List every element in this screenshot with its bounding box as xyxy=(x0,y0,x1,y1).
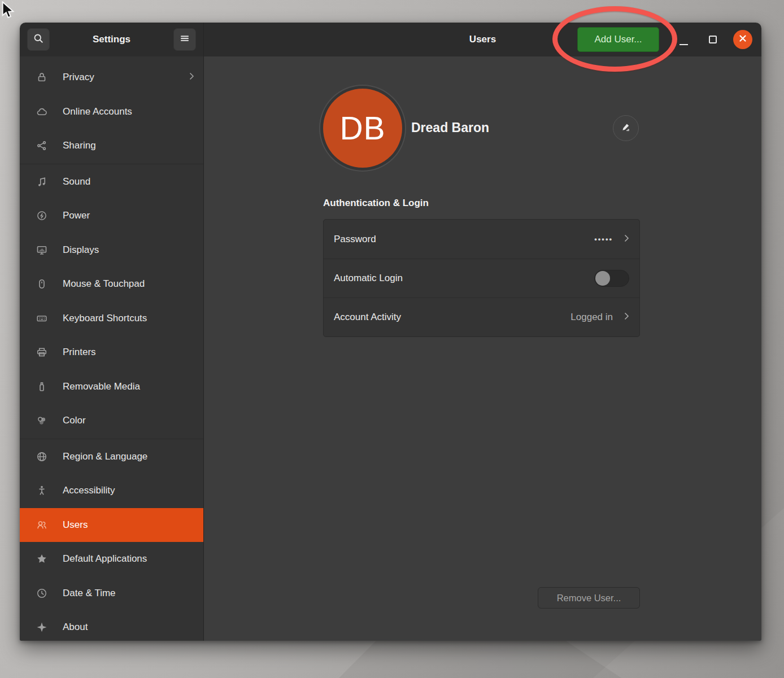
edit-name-button[interactable] xyxy=(613,115,639,141)
sidebar-item-displays[interactable]: Displays xyxy=(20,233,203,268)
printer-icon xyxy=(36,347,48,358)
color-icon xyxy=(36,415,48,426)
pencil-icon xyxy=(621,122,631,134)
cloud-icon xyxy=(36,106,48,117)
menu-button[interactable] xyxy=(173,28,196,51)
users-panel: DB Dread Baron Authentication & Login Pa… xyxy=(204,56,761,641)
minimize-button[interactable] xyxy=(676,33,691,49)
users-icon xyxy=(36,519,48,531)
sidebar-item-removable-media[interactable]: Removable Media xyxy=(20,370,203,404)
share-icon xyxy=(36,140,48,151)
avatar[interactable]: DB xyxy=(323,89,402,168)
sidebar-item-printers[interactable]: Printers xyxy=(20,335,203,370)
search-button[interactable] xyxy=(27,28,50,51)
settings-window: Settings Users Add User... xyxy=(20,23,761,641)
search-icon xyxy=(33,33,44,46)
sidebar-item-sharing[interactable]: Sharing xyxy=(20,129,203,163)
keyboard-icon xyxy=(36,313,48,324)
automatic-login-row: Automatic Login xyxy=(324,259,639,298)
power-icon xyxy=(36,210,48,221)
main-header: Users Add User... xyxy=(204,23,761,56)
sidebar-separator xyxy=(20,439,203,439)
sidebar-item-power[interactable]: Power xyxy=(20,199,203,233)
toggle-knob xyxy=(595,271,610,286)
sidebar-item-mouse-touchpad[interactable]: Mouse & Touchpad xyxy=(20,267,203,301)
sidebar-item-date-time[interactable]: Date & Time xyxy=(20,576,203,611)
password-dots: ••••• xyxy=(594,235,613,243)
close-icon xyxy=(738,34,747,45)
sidebar-item-default-applications[interactable]: Default Applications xyxy=(20,542,203,576)
sidebar-header: Settings xyxy=(20,23,204,56)
avatar-initials: DB xyxy=(339,110,385,147)
close-button[interactable] xyxy=(733,30,752,49)
chevron-right-icon xyxy=(624,312,629,322)
accessibility-icon xyxy=(36,485,48,496)
sidebar-item-region-language[interactable]: Region & Language xyxy=(20,440,203,474)
sidebar: Privacy Online Accounts xyxy=(20,56,204,641)
sidebar-item-keyboard-shortcuts[interactable]: Keyboard Shortcuts xyxy=(20,301,203,336)
sidebar-item-privacy[interactable]: Privacy xyxy=(20,60,203,95)
minimize-icon xyxy=(680,44,688,45)
mouse-cursor-icon xyxy=(0,1,17,23)
sidebar-separator xyxy=(20,164,203,164)
globe-icon xyxy=(36,451,48,462)
user-name: Dread Baron xyxy=(411,120,489,135)
sidebar-item-color[interactable]: Color xyxy=(20,404,203,438)
maximize-icon xyxy=(709,36,717,43)
maximize-button[interactable] xyxy=(705,32,721,47)
sidebar-item-sound[interactable]: Sound xyxy=(20,165,203,199)
sidebar-item-accessibility[interactable]: Accessibility xyxy=(20,474,203,508)
automatic-login-toggle[interactable] xyxy=(594,270,629,287)
hamburger-icon xyxy=(179,33,190,46)
password-row[interactable]: Password ••••• xyxy=(324,220,639,259)
flash-drive-icon xyxy=(36,381,48,392)
sparkle-icon xyxy=(36,622,48,633)
chevron-right-icon xyxy=(189,72,194,82)
display-icon xyxy=(36,244,48,256)
add-user-button[interactable]: Add User... xyxy=(577,27,659,52)
music-note-icon xyxy=(36,176,48,187)
sidebar-item-online-accounts[interactable]: Online Accounts xyxy=(20,95,203,129)
star-icon xyxy=(36,553,48,565)
clock-icon xyxy=(36,588,48,599)
sidebar-item-users[interactable]: Users xyxy=(20,508,203,543)
account-activity-row[interactable]: Account Activity Logged in xyxy=(324,298,639,336)
remove-user-button[interactable]: Remove User... xyxy=(538,587,640,609)
sidebar-item-about[interactable]: About xyxy=(20,610,203,641)
mouse-icon xyxy=(36,278,48,290)
account-activity-value: Logged in xyxy=(570,312,613,323)
auth-section-heading: Authentication & Login xyxy=(323,198,429,209)
auth-card: Password ••••• Automatic Login Account A xyxy=(323,219,640,337)
lock-icon xyxy=(36,72,48,83)
chevron-right-icon xyxy=(624,234,629,244)
